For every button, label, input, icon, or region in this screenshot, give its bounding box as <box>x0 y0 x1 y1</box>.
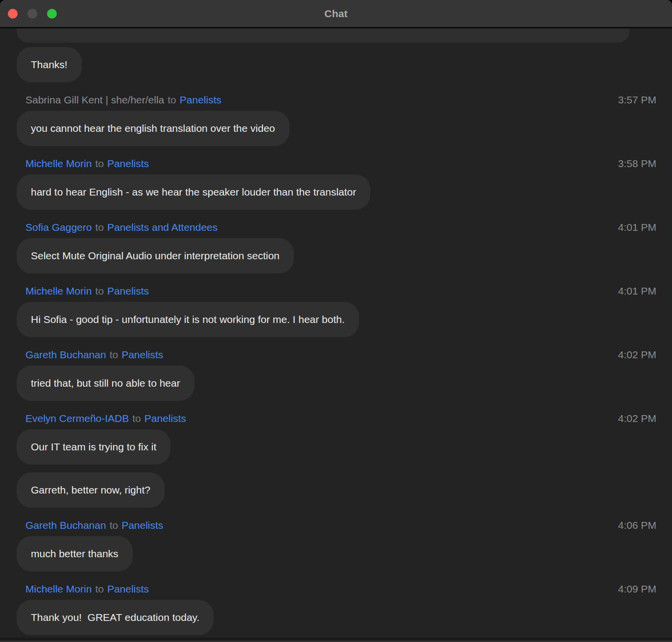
message-meta: Michelle Morin to Panelists 4:09 PM <box>17 583 656 595</box>
message-group: Gareth Buchanan to Panelists 4:06 PM muc… <box>17 519 656 571</box>
to-label: to <box>132 412 141 425</box>
recipient-name: Panelists <box>180 94 221 106</box>
timestamp: 4:02 PM <box>618 412 656 425</box>
window-title: Chat <box>324 8 347 20</box>
message-group: Gareth Buchanan to Panelists 4:02 PM tri… <box>17 348 656 401</box>
message-bubble-clipped <box>17 28 629 43</box>
timestamp: 4:01 PM <box>618 285 656 297</box>
message-bubble: Hi Sofia - good tip - unfortunately it i… <box>17 302 359 337</box>
sender-name: Sofia Gaggero <box>25 221 92 234</box>
traffic-lights <box>8 0 57 27</box>
message-group: Sabrina Gill Kent | she/her/ella to Pane… <box>17 94 656 146</box>
sender-name: Gareth Buchanan <box>25 348 106 361</box>
titlebar[interactable]: Chat <box>0 0 672 28</box>
message-bubble: much better thanks <box>17 536 133 571</box>
message-meta: Gareth Buchanan to Panelists 4:06 PM <box>17 519 656 532</box>
timestamp: 4:02 PM <box>618 348 656 361</box>
recipient-name: Panelists <box>121 519 163 532</box>
message-group: Sofia Gaggero to Panelists and Attendees… <box>17 221 656 273</box>
message-bubble: Select Mute Original Audio under interpr… <box>17 238 294 273</box>
to-label: to <box>95 583 104 595</box>
close-button[interactable] <box>8 9 18 19</box>
timestamp: 4:09 PM <box>618 583 656 595</box>
message-meta: Sofia Gaggero to Panelists and Attendees… <box>17 221 656 234</box>
recipient-name: Panelists <box>144 412 186 425</box>
message-group: Michelle Morin to Panelists 3:58 PM hard… <box>17 157 656 210</box>
message-meta: Gareth Buchanan to Panelists 4:02 PM <box>17 348 656 361</box>
message-bubble: Thanks! <box>17 47 82 82</box>
sender-name: Michelle Morin <box>25 583 92 595</box>
sender-name: Gareth Buchanan <box>25 519 106 532</box>
chat-scroll-area[interactable]: Thanks! Sabrina Gill Kent | she/her/ella… <box>0 28 672 638</box>
recipient-name: Panelists <box>107 583 149 595</box>
to-label: to <box>110 348 119 361</box>
message-group: Michelle Morin to Panelists 4:01 PM Hi S… <box>17 285 656 337</box>
recipient-name: Panelists and Attendees <box>107 221 217 234</box>
message-bubble: Garreth, better now, right? <box>17 472 165 508</box>
message-group: Evelyn Cermeño-IADB to Panelists 4:02 PM… <box>17 412 656 508</box>
to-label: to <box>95 157 104 170</box>
sender-name: Evelyn Cermeño-IADB <box>25 412 129 425</box>
recipient-name: Panelists <box>107 285 149 297</box>
message-group: Michelle Morin to Panelists 4:09 PM Than… <box>17 583 656 635</box>
message-meta: Michelle Morin to Panelists 3:58 PM <box>17 157 656 170</box>
sender-name: Michelle Morin <box>25 285 92 297</box>
to-label: to <box>110 519 119 532</box>
bottom-divider <box>0 638 672 642</box>
zoom-window-button[interactable] <box>47 9 57 19</box>
timestamp: 4:01 PM <box>618 221 656 234</box>
sender-name: Michelle Morin <box>25 157 92 170</box>
timestamp: 3:57 PM <box>618 94 656 106</box>
message-meta: Evelyn Cermeño-IADB to Panelists 4:02 PM <box>17 412 656 425</box>
minimize-button[interactable] <box>27 9 37 19</box>
recipient-name: Panelists <box>121 348 163 361</box>
to-label: to <box>95 285 104 297</box>
to-label: to <box>168 94 176 106</box>
message-bubble: tried that, but still no able to hear <box>17 366 194 401</box>
message-bubble: you cannot hear the english translation … <box>17 111 289 146</box>
timestamp: 4:06 PM <box>618 519 656 532</box>
recipient-name: Panelists <box>107 157 149 170</box>
message-bubble: Thank you! GREAT education today. <box>17 600 214 635</box>
sender-name: Sabrina Gill Kent | she/her/ella <box>25 94 164 106</box>
message-meta: Sabrina Gill Kent | she/her/ella to Pane… <box>17 94 656 106</box>
message-bubble: hard to hear English - as we hear the sp… <box>17 174 370 210</box>
message-meta: Michelle Morin to Panelists 4:01 PM <box>17 285 656 297</box>
chat-window: Chat Thanks! Sabrina Gill Kent | she/her… <box>0 0 672 642</box>
to-label: to <box>95 221 104 234</box>
timestamp: 3:58 PM <box>618 157 656 170</box>
message-bubble: Our IT team is trying to fix it <box>17 429 170 465</box>
